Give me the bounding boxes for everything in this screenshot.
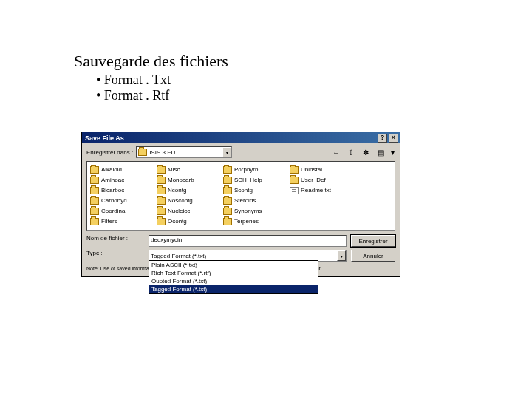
- save-file-dialog: Save File As ? × Enregistrer dans : ISIS…: [81, 132, 400, 277]
- file-name: Misc: [168, 166, 180, 173]
- dialog-title: Save File As: [85, 134, 124, 142]
- list-item[interactable]: Terpenes: [223, 216, 287, 226]
- folder-icon: [223, 197, 232, 205]
- file-name: Readme.txt: [301, 187, 331, 194]
- close-button[interactable]: ×: [389, 134, 398, 143]
- folder-icon: [157, 187, 166, 194]
- folder-icon: [157, 166, 166, 174]
- file-name: Coordina: [101, 208, 125, 214]
- file-name: Scontg: [234, 187, 253, 194]
- list-item[interactable]: Misc: [157, 165, 220, 174]
- new-folder-button[interactable]: ✽: [360, 146, 372, 158]
- text-file-icon: [290, 187, 299, 194]
- file-name: Bicarboc: [101, 187, 124, 194]
- list-item[interactable]: Noscontg: [157, 196, 220, 205]
- type-label: Type :: [86, 250, 144, 256]
- type-option[interactable]: Plain ASCII (*.txt): [149, 261, 318, 269]
- file-name: Noscontg: [168, 197, 193, 204]
- bullet-txt: Format . Txt: [96, 72, 532, 88]
- filename-input[interactable]: deoxymycin: [149, 235, 347, 247]
- up-one-level-button[interactable]: ⇧: [345, 146, 357, 158]
- folder-icon: [90, 187, 99, 194]
- list-item[interactable]: Carbohyd: [90, 196, 154, 205]
- list-item[interactable]: Ocontg: [157, 216, 220, 226]
- folder-icon: [157, 218, 166, 225]
- views-dropdown-button[interactable]: ▾: [389, 146, 395, 158]
- file-name: Porphyrb: [234, 166, 258, 173]
- folder-icon: [223, 218, 232, 225]
- list-item[interactable]: Scontg: [223, 185, 287, 195]
- file-name: Nucleicc: [168, 208, 190, 214]
- folder-icon: [223, 177, 232, 184]
- file-name: Terpenes: [234, 218, 259, 225]
- folder-icon: [157, 208, 166, 215]
- list-item[interactable]: Coordina: [90, 206, 154, 216]
- back-button[interactable]: ←: [330, 146, 342, 158]
- look-in-combo[interactable]: ISIS 3 EU ▾: [136, 146, 232, 158]
- dialog-bottom: Nom de fichier : deoxymycin Enregistrer …: [82, 231, 400, 276]
- list-item[interactable]: Synonyms: [223, 206, 287, 216]
- file-name: User_Def: [301, 177, 326, 183]
- file-name: Ncontg: [168, 187, 186, 194]
- folder-icon: [223, 208, 232, 215]
- chevron-down-icon[interactable]: ▾: [337, 250, 346, 261]
- file-name: Uninstal: [301, 166, 322, 173]
- cancel-button[interactable]: Annuler: [351, 250, 395, 262]
- file-name: Aminoac: [101, 177, 124, 183]
- folder-icon: [90, 166, 99, 174]
- folder-icon: [290, 166, 299, 174]
- folder-icon: [157, 197, 166, 205]
- list-item[interactable]: Steroids: [223, 196, 287, 205]
- filename-label: Nom de fichier :: [86, 235, 144, 242]
- file-name: Carbohyd: [101, 197, 127, 204]
- slide-title: Sauvegarde des fichiers: [74, 52, 532, 71]
- file-name: Filters: [101, 218, 117, 225]
- type-dropdown-list[interactable]: Plain ASCII (*.txt)Rich Text Format (*.r…: [149, 260, 318, 294]
- type-option[interactable]: Rich Text Format (*.rtf): [149, 269, 318, 277]
- file-name: Ocontg: [168, 218, 187, 225]
- folder-icon: [90, 218, 99, 225]
- file-name: Steroids: [234, 197, 256, 204]
- list-item[interactable]: Nucleicc: [157, 206, 220, 216]
- list-item[interactable]: Monocarb: [157, 175, 220, 185]
- file-name: SCH_Help: [234, 177, 262, 183]
- folder-icon: [90, 208, 99, 215]
- folder-icon: [223, 166, 232, 174]
- folder-icon: [223, 187, 232, 194]
- look-in-value: ISIS 3 EU: [149, 149, 175, 156]
- bullet-rtf: Format . Rtf: [96, 88, 532, 103]
- folder-icon: [138, 149, 147, 156]
- list-item[interactable]: Porphyrb: [223, 165, 287, 174]
- titlebar[interactable]: Save File As ? ×: [82, 132, 400, 143]
- list-item[interactable]: Uninstal: [290, 165, 353, 174]
- list-item[interactable]: SCH_Help: [223, 175, 287, 185]
- file-name: Synonyms: [234, 208, 262, 214]
- toolbar: Enregistrer dans : ISIS 3 EU ▾ ← ⇧ ✽ ▤ ▾: [82, 143, 400, 161]
- save-button[interactable]: Enregistrer: [351, 235, 395, 247]
- list-item[interactable]: User_Def: [290, 175, 353, 185]
- list-item[interactable]: Bicarboc: [90, 185, 154, 195]
- type-option[interactable]: Quoted Format (*.txt): [149, 277, 318, 285]
- look-in-label: Enregistrer dans :: [86, 149, 133, 156]
- folder-icon: [290, 177, 299, 184]
- folder-icon: [157, 177, 166, 184]
- file-name: Monocarb: [168, 177, 194, 183]
- list-item[interactable]: Aminoac: [90, 175, 154, 185]
- chevron-down-icon[interactable]: ▾: [222, 147, 231, 157]
- list-item[interactable]: Ncontg: [157, 185, 220, 195]
- slide-bullets: Format . Txt Format . Rtf: [74, 72, 532, 103]
- list-item[interactable]: Filters: [90, 216, 154, 226]
- type-value: Tagged Format (*.txt): [151, 253, 206, 259]
- folder-icon: [90, 177, 99, 184]
- folder-icon: [90, 197, 99, 205]
- list-item[interactable]: Alkaloid: [90, 165, 154, 174]
- views-button[interactable]: ▤: [375, 146, 386, 158]
- help-button[interactable]: ?: [378, 134, 387, 143]
- file-name: Alkaloid: [101, 166, 122, 173]
- type-option[interactable]: Tagged Format (*.txt): [149, 285, 318, 293]
- file-list[interactable]: AlkaloidAminoacBicarbocCarbohydCoordinaF…: [86, 161, 395, 231]
- list-item[interactable]: Readme.txt: [290, 185, 353, 195]
